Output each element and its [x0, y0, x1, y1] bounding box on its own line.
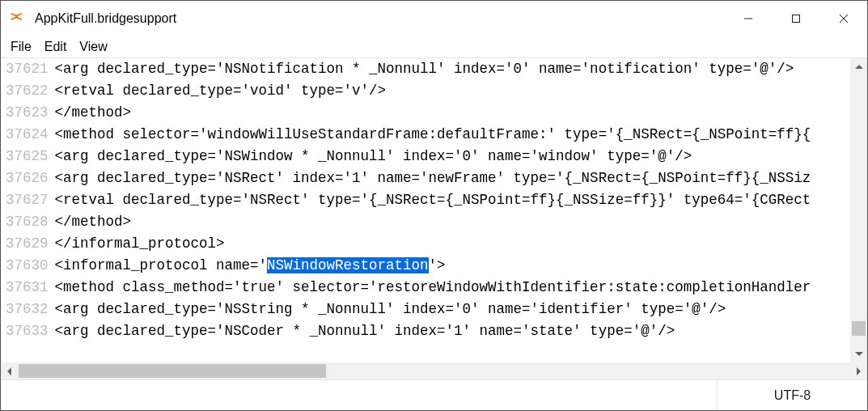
line-number: 37622 — [1, 80, 52, 102]
code-line[interactable]: <retval declared_type='void' type='v'/> — [55, 80, 850, 102]
close-button[interactable] — [819, 1, 867, 36]
maximize-icon — [791, 14, 801, 23]
window-controls — [724, 1, 867, 36]
titlebar: >< AppKitFull.bridgesupport — [1, 1, 867, 36]
vertical-scroll-thumb[interactable] — [852, 321, 866, 336]
code-line[interactable]: <arg declared_type='NSCoder * _Nonnull' … — [55, 320, 850, 342]
line-number: 37631 — [1, 277, 52, 299]
code-line[interactable]: </method> — [55, 211, 850, 233]
scroll-left-arrow[interactable] — [1, 362, 18, 379]
code-line[interactable]: <arg declared_type='NSNotification * _No… — [55, 58, 850, 80]
horizontal-scrollbar[interactable] — [1, 362, 867, 379]
code-line[interactable]: <method class_method='true' selector='re… — [55, 277, 850, 299]
scroll-up-arrow[interactable] — [850, 58, 867, 75]
maximize-button[interactable] — [772, 1, 819, 36]
line-number: 37626 — [1, 167, 52, 189]
minimize-button[interactable] — [724, 1, 772, 36]
code-line[interactable]: <arg declared_type='NSRect' index='1' na… — [55, 167, 850, 189]
code-content[interactable]: <arg declared_type='NSNotification * _No… — [53, 58, 850, 362]
line-number: 37629 — [1, 233, 52, 255]
scroll-down-arrow[interactable] — [850, 345, 867, 362]
line-number: 37627 — [1, 189, 52, 211]
line-number: 37628 — [1, 211, 52, 233]
statusbar: UTF-8 — [1, 379, 867, 410]
horizontal-scroll-thumb[interactable] — [19, 364, 326, 378]
encoding-indicator[interactable]: UTF-8 — [717, 380, 867, 410]
line-number: 37621 — [1, 58, 52, 80]
app-icon: >< — [11, 11, 25, 26]
close-icon — [839, 14, 849, 23]
window-title: AppKitFull.bridgesupport — [35, 11, 176, 26]
line-number: 37633 — [1, 320, 52, 342]
line-number: 37630 — [1, 255, 52, 277]
code-line[interactable]: <arg declared_type='NSWindow * _Nonnull'… — [55, 146, 850, 167]
menu-file[interactable]: File — [4, 38, 38, 56]
line-number: 37624 — [1, 124, 52, 146]
editor-area: 3762137622376233762437625376263762737628… — [1, 57, 867, 379]
code-line[interactable]: <method selector='windowWillUseStandardF… — [55, 124, 850, 146]
vertical-scrollbar[interactable] — [850, 58, 867, 362]
scroll-right-arrow[interactable] — [850, 362, 867, 379]
line-number: 37623 — [1, 102, 52, 124]
window: >< AppKitFull.bridgesupport File Edit Vi… — [0, 0, 868, 411]
line-number-gutter: 3762137622376233762437625376263762737628… — [1, 58, 53, 362]
text-selection: NSWindowRestoration — [267, 257, 429, 273]
code-line[interactable]: <arg declared_type='NSString * _Nonnull'… — [55, 299, 850, 320]
minimize-icon — [743, 14, 753, 23]
svg-rect-1 — [792, 15, 799, 22]
menubar: File Edit View — [1, 36, 867, 57]
line-number: 37625 — [1, 146, 52, 167]
code-line[interactable]: </method> — [55, 102, 850, 124]
menu-edit[interactable]: Edit — [38, 38, 74, 56]
line-number: 37632 — [1, 299, 52, 320]
code-line[interactable]: <informal_protocol name='NSWindowRestora… — [55, 255, 850, 277]
code-line[interactable]: <retval declared_type='NSRect' type='{_N… — [55, 189, 850, 211]
code-line[interactable]: </informal_protocol> — [55, 233, 850, 255]
text-editor[interactable]: 3762137622376233762437625376263762737628… — [1, 58, 850, 362]
menu-view[interactable]: View — [73, 38, 113, 56]
